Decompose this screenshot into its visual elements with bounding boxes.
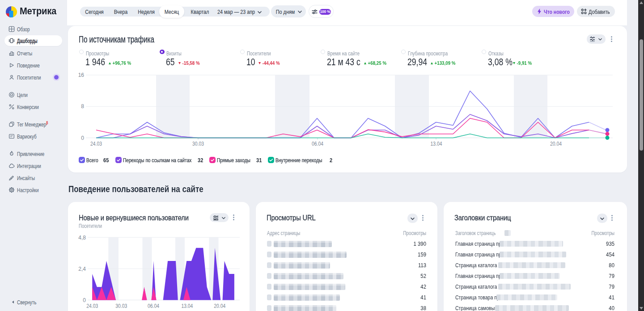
svg-text:20.04: 20.04 <box>550 141 562 147</box>
svg-text:4,8: 4,8 <box>78 235 86 241</box>
svg-text:06.04: 06.04 <box>148 303 159 309</box>
svg-text:30.03: 30.03 <box>192 141 204 147</box>
svg-text:06.04: 06.04 <box>312 141 323 147</box>
svg-text:24.03: 24.03 <box>90 141 102 147</box>
svg-text:30.03: 30.03 <box>115 303 127 309</box>
svg-text:8: 8 <box>81 103 84 109</box>
svg-text:16: 16 <box>78 72 85 78</box>
svg-text:24.03: 24.03 <box>86 303 98 309</box>
svg-text:13.04: 13.04 <box>181 303 193 309</box>
svg-text:0: 0 <box>81 135 84 141</box>
svg-text:2,4: 2,4 <box>78 266 86 272</box>
svg-text:13.04: 13.04 <box>431 141 442 147</box>
svg-text:0: 0 <box>83 297 86 303</box>
svg-text:20.04: 20.04 <box>214 303 225 309</box>
